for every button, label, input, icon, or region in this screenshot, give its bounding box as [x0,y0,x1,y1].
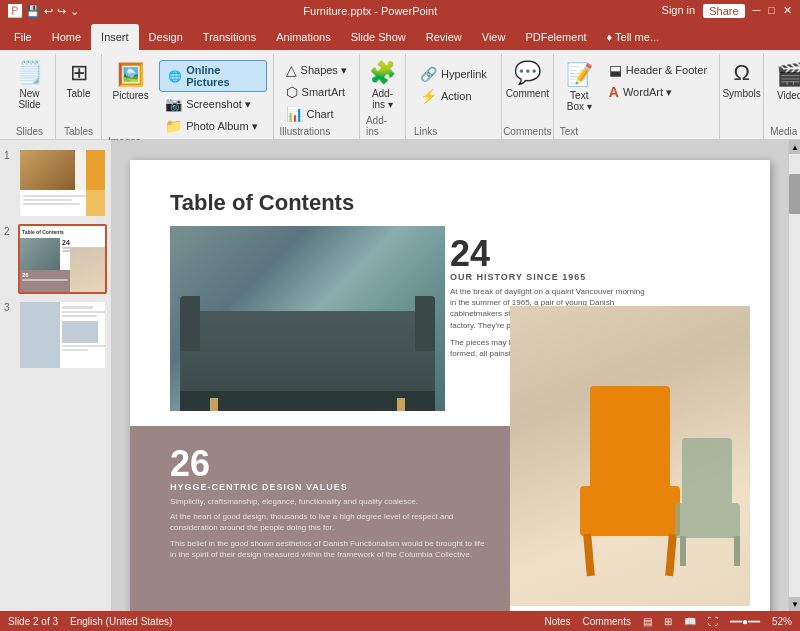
view-slide-btn[interactable]: ⊞ [664,616,672,627]
slide-title-area: Table of Contents [130,160,770,226]
section1-label: OUR HISTORY SINCE 1965 [450,272,650,282]
tab-slideshow[interactable]: Slide Show [341,24,416,50]
comment-button[interactable]: 💬 Comment [500,56,555,103]
sofa-photo [170,226,445,411]
lower-mauve-section: 26 HYGGE-CENTRIC DESIGN VALUES Simplicit… [130,426,510,611]
tab-view[interactable]: View [472,24,516,50]
photo-album-button[interactable]: 📁 Photo Album ▾ [159,116,266,136]
tables-group-label: Tables [64,126,93,139]
section2-label: HYGGE-CENTRIC DESIGN VALUES [170,482,490,492]
slide-preview-1[interactable] [18,148,107,218]
view-normal-btn[interactable]: ▤ [643,616,652,627]
zoom-level[interactable]: 52% [772,616,792,627]
tab-insert[interactable]: Insert [91,24,139,50]
zoom-slider[interactable]: ━━●━━ [730,616,760,627]
slide-info: Slide 2 of 3 [8,616,58,627]
shapes-icon: △ [286,62,297,78]
scroll-right[interactable]: ▲ ▼ [788,140,800,611]
pictures-icon: 🖼️ [117,62,144,88]
slide-thumb-2[interactable]: 2 Table of Contents 24 [4,224,107,294]
video-icon: 🎬 [776,62,800,88]
scroll-thumb[interactable] [789,174,800,214]
title-bar-controls: Sign in Share ─ □ ✕ [662,4,792,18]
new-slide-button[interactable]: 🗒️ New Slide [8,56,52,114]
chart-icon: 📊 [286,106,303,122]
scroll-down-btn[interactable]: ▼ [789,597,800,611]
share-btn[interactable]: Share [703,4,744,18]
scroll-track [789,154,800,597]
comment-icon: 💬 [514,60,541,86]
section2-text: Simplicity, craftsmanship, elegance, fun… [170,496,490,507]
online-pictures-icon: 🌐 [168,70,182,83]
pictures-button[interactable]: 🖼️ Pictures [108,58,153,105]
textbox-icon: 📝 [566,62,593,88]
shapes-button[interactable]: △ Shapes ▾ [280,60,353,80]
tab-pdfelement[interactable]: PDFelement [515,24,596,50]
tab-tellme[interactable]: ♦ Tell me... [597,24,669,50]
quick-access-undo[interactable]: ↩ [44,5,53,18]
section2-text3: This belief in the good shown aesthetics… [170,538,490,560]
textbox-button[interactable]: 📝 TextBox ▾ [560,58,599,116]
action-button[interactable]: ⚡ Action [414,86,493,106]
slides-group-label: Slides [16,126,43,139]
symbols-icon: Ω [733,60,749,86]
slides-panel: 1 2 [0,140,112,611]
chart-button[interactable]: 📊 Chart [280,104,353,124]
slide-thumb-1[interactable]: 1 [4,148,107,218]
app-title: Furniture.pptx - PowerPoint [79,5,662,17]
addins-group-label: Add-ins [366,115,399,139]
tab-home[interactable]: Home [42,24,91,50]
sign-in-btn[interactable]: Sign in [662,4,696,18]
section1-number: 24 [450,236,650,272]
online-pictures-button[interactable]: 🌐 Online Pictures [159,60,266,92]
quick-access-more[interactable]: ⌄ [70,5,79,18]
hyperlink-icon: 🔗 [420,66,437,82]
tab-transitions[interactable]: Transitions [193,24,266,50]
smartart-icon: ⬡ [286,84,298,100]
tab-design[interactable]: Design [139,24,193,50]
wordart-icon: A [609,84,619,100]
addins-button[interactable]: 🧩 Add-ins ▾ [360,56,404,114]
scroll-up-btn[interactable]: ▲ [789,140,800,154]
tab-review[interactable]: Review [416,24,472,50]
minimize-btn[interactable]: ─ [753,4,761,18]
slide-canvas: Table of Contents [130,160,770,611]
slide-num-3: 3 [4,300,14,313]
smartart-button[interactable]: ⬡ SmartArt [280,82,353,102]
comments-status-btn[interactable]: Comments [583,616,631,627]
comments-group-label: Comments [503,126,551,139]
new-slide-icon: 🗒️ [16,60,43,86]
ribbon-tabs: File Home Insert Design Transitions Anim… [0,22,800,50]
wordart-button[interactable]: A WordArt ▾ [603,82,713,102]
hyperlink-button[interactable]: 🔗 Hyperlink [414,64,493,84]
quick-access-save[interactable]: 💾 [26,5,40,18]
app-icon: 🅿 [8,3,22,19]
section2-number: 26 [170,446,490,482]
symbols-button[interactable]: Ω Symbols [716,56,766,103]
video-button[interactable]: 🎬 Video [770,58,800,105]
maximize-btn[interactable]: □ [768,4,775,18]
section2-text2: At the heart of good design, thousands t… [170,511,490,533]
notes-status-btn[interactable]: Notes [544,616,570,627]
text-group-label: Text [560,126,713,139]
view-presenter-btn[interactable]: ⛶ [708,616,718,627]
table-button[interactable]: ⊞ Table [57,56,101,103]
title-bar-left: 🅿 💾 ↩ ↪ ⌄ [8,3,79,19]
status-left: Slide 2 of 3 English (United States) [8,616,172,627]
slide-preview-2[interactable]: Table of Contents 24 26 [18,224,107,294]
slide-preview-3[interactable] [18,300,107,370]
quick-access-redo[interactable]: ↪ [57,5,66,18]
chair-photo-right [510,306,750,606]
close-btn[interactable]: ✕ [783,4,792,18]
screenshot-button[interactable]: 📷 Screenshot ▾ [159,94,266,114]
status-bar: Slide 2 of 3 English (United States) Not… [0,611,800,631]
slide-thumb-3[interactable]: 3 [4,300,107,370]
slide-content: 24 OUR HISTORY SINCE 1965 At the break o… [130,226,770,611]
canvas-area[interactable]: Table of Contents [112,140,788,611]
screenshot-icon: 📷 [165,96,182,112]
tab-file[interactable]: File [4,24,42,50]
tab-animations[interactable]: Animations [266,24,340,50]
header-footer-button[interactable]: ⬓ Header & Footer [603,60,713,80]
view-reading-btn[interactable]: 📖 [684,616,696,627]
slide-title: Table of Contents [170,190,730,216]
